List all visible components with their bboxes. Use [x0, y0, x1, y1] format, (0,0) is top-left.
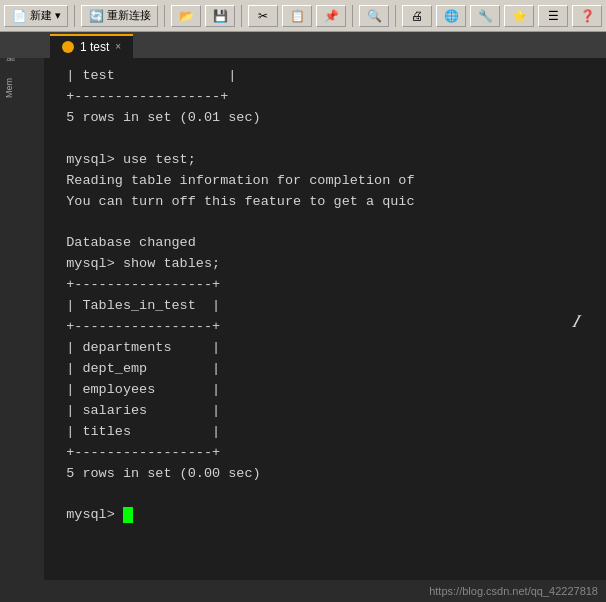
list-icon: ☰ [545, 8, 561, 24]
terminal-line-8 [50, 212, 600, 233]
separator-3 [241, 5, 242, 27]
terminal-line-3: 5 rows in set (0.01 sec) [50, 108, 600, 129]
terminal-line-9: Database changed [50, 233, 600, 254]
sidebar-label-2: Mem [2, 74, 42, 102]
tool-btn-7[interactable]: 📌 [316, 5, 346, 27]
status-bar: https://blog.csdn.net/qq_42227818 [0, 580, 606, 602]
terminal-line-14: | departments | [50, 338, 600, 359]
search-icon: 🔍 [366, 8, 382, 24]
separator-5 [395, 5, 396, 27]
tab-indicator-icon [62, 41, 74, 53]
tool-btn-8[interactable]: 🔍 [359, 5, 389, 27]
terminal-line-11: +-----------------+ [50, 275, 600, 296]
terminal-line-5: mysql> use test; [50, 150, 600, 171]
copy-icon: 📋 [289, 8, 305, 24]
tool-btn-5[interactable]: ✂ [248, 5, 278, 27]
separator-4 [352, 5, 353, 27]
main-window: 📄 新建 ▾ 🔄 重新连接 📂 💾 ✂ 📋 📌 🔍 [0, 0, 606, 602]
tool-btn-6[interactable]: 📋 [282, 5, 312, 27]
save-icon: 💾 [212, 8, 228, 24]
tool-btn-10[interactable]: 🌐 [436, 5, 466, 27]
tool-btn-13[interactable]: ☰ [538, 5, 568, 27]
new-icon: 📄 [11, 8, 27, 24]
tab-1-test[interactable]: 1 test × [50, 34, 133, 58]
terminal-line-15: | dept_emp | [50, 359, 600, 380]
print-icon: 🖨 [409, 8, 425, 24]
help-icon: ❓ [579, 8, 595, 24]
terminal-line-20: 5 rows in set (0.00 sec) [50, 464, 600, 485]
reconnect-icon: 🔄 [88, 8, 104, 24]
tab-label: 1 test [80, 40, 109, 54]
terminal-line-16: | employees | [50, 380, 600, 401]
terminal-line-1: | test | [50, 66, 600, 87]
terminal-line-21 [50, 484, 600, 505]
tool-btn-4[interactable]: 💾 [205, 5, 235, 27]
tab-bar: 1 test × [0, 32, 606, 58]
folder-icon: 📂 [178, 8, 194, 24]
separator-2 [164, 5, 165, 27]
toolbar: 📄 新建 ▾ 🔄 重新连接 📂 💾 ✂ 📋 📌 🔍 [0, 0, 606, 32]
terminal-prompt-line: mysql> [50, 505, 600, 526]
tool-btn-11[interactable]: 🔧 [470, 5, 500, 27]
settings-icon: 🔧 [477, 8, 493, 24]
terminal-line-19: +-----------------+ [50, 443, 600, 464]
terminal-line-7: You can turn off this feature to get a q… [50, 192, 600, 213]
terminal-line-13: +-----------------+ [50, 317, 600, 338]
left-sidebar: 驱 Mem [0, 58, 44, 580]
terminal-line-2: +------------------+ [50, 87, 600, 108]
text-cursor-indicator: 𝐼 [572, 309, 578, 337]
tool-btn-3[interactable]: 📂 [171, 5, 201, 27]
sidebar-label-1: 驱 [2, 64, 42, 72]
terminal-line-17: | salaries | [50, 401, 600, 422]
cut-icon: ✂ [255, 8, 271, 24]
tool-btn-9[interactable]: 🖨 [402, 5, 432, 27]
main-area: 驱 Mem | test | +------------------+ 5 ro… [0, 58, 606, 580]
status-url: https://blog.csdn.net/qq_42227818 [429, 585, 598, 597]
paste-icon: 📌 [323, 8, 339, 24]
terminal-line-18: | titles | [50, 422, 600, 443]
tab-close-button[interactable]: × [115, 42, 121, 52]
terminal-line-6: Reading table information for completion… [50, 171, 600, 192]
terminal-line-12: | Tables_in_test | [50, 296, 600, 317]
terminal-cursor [123, 507, 133, 523]
dropdown-arrow-icon: ▾ [55, 9, 61, 22]
globe-icon: 🌐 [443, 8, 459, 24]
tool-btn-14[interactable]: ❓ [572, 5, 602, 27]
separator-1 [74, 5, 75, 27]
terminal-line-10: mysql> show tables; [50, 254, 600, 275]
star-icon: ⭐ [511, 8, 527, 24]
terminal-line-4 [50, 129, 600, 150]
reconnect-button[interactable]: 🔄 重新连接 [81, 5, 158, 27]
terminal-area[interactable]: | test | +------------------+ 5 rows in … [44, 58, 606, 580]
tool-btn-12[interactable]: ⭐ [504, 5, 534, 27]
new-button[interactable]: 📄 新建 ▾ [4, 5, 68, 27]
